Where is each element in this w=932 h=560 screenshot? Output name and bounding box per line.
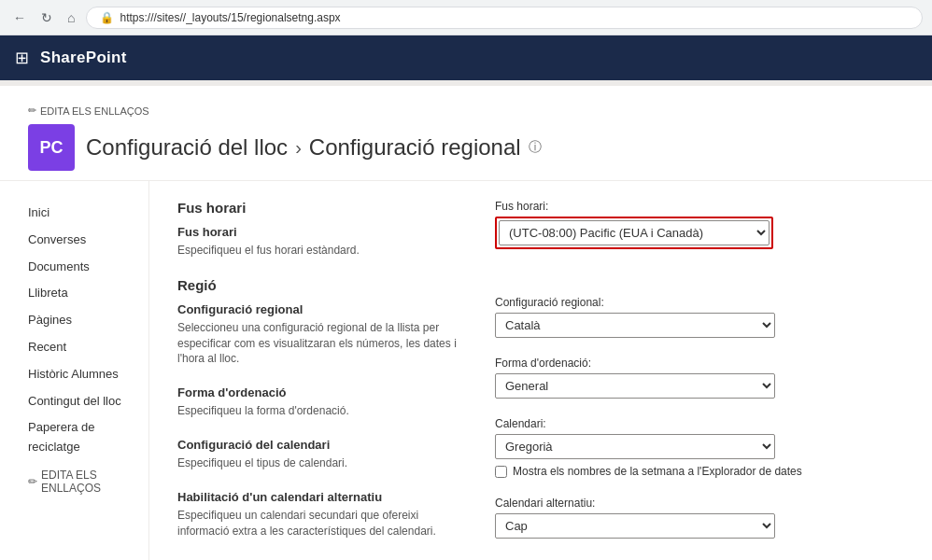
calendar-control-group: Calendari: GregoriàIslàmicJulià Mostra e… xyxy=(495,417,904,478)
alt-calendar-select[interactable]: CapGregoriàIslàmic xyxy=(495,513,775,539)
sort-control-label: Forma d'ordenació: xyxy=(495,357,904,370)
edit-links-top[interactable]: ✏ EDITA ELS ENLLAÇOS xyxy=(28,105,904,117)
calendar-field-label: Configuració del calendari xyxy=(177,438,458,452)
timezone-control-label: Fus horari: xyxy=(495,200,904,213)
back-button[interactable]: ← xyxy=(9,8,30,27)
title-part2: Configuració regional xyxy=(309,134,521,161)
alt-calendar-control-label: Calendari alternatiu: xyxy=(495,497,904,510)
config-control-group: Configuració regional: CatalàEspañolEngl… xyxy=(495,296,904,338)
config-field-label: Configuració regional xyxy=(177,302,458,316)
timezone-select-wrapper: (UTC-08:00) Pacific (EUA i Canadà)(UTC-0… xyxy=(495,217,773,249)
alt-calendar-field-desc: Especifiqueu un calendari secundari que … xyxy=(177,508,458,539)
avatar: PC xyxy=(28,124,75,171)
sidebar-edit-label: EDITA ELS ENLLAÇOS xyxy=(41,469,148,495)
week-numbers-checkbox[interactable] xyxy=(495,466,507,478)
main-container: ✏ EDITA ELS ENLLAÇOS PC Configuració del… xyxy=(0,86,932,560)
waffle-icon[interactable]: ⊞ xyxy=(15,48,29,68)
right-col: Fus horari: (UTC-08:00) Pacific (EUA i C… xyxy=(495,200,904,557)
week-numbers-row: Mostra els nombres de la setmana a l'Exp… xyxy=(495,465,904,478)
browser-chrome: ← ↻ ⌂ 🔒 https:///sites//_layouts/15/regi… xyxy=(0,0,932,35)
sidebar-item-pagines[interactable]: Pàgines xyxy=(28,307,148,334)
timezone-field-label: Fus horari xyxy=(177,225,458,239)
title-part1: Configuració del lloc xyxy=(86,134,288,161)
sidebar-item-historic[interactable]: Històric Alumnes xyxy=(28,361,148,388)
sidebar: Inici Converses Documents Llibreta Pàgin… xyxy=(0,181,149,560)
sidebar-item-inici[interactable]: Inici xyxy=(28,200,148,227)
timezone-select[interactable]: (UTC-08:00) Pacific (EUA i Canadà)(UTC-0… xyxy=(499,220,770,245)
calendar-field-desc: Especifiqueu el tipus de calendari. xyxy=(177,455,458,471)
page-header: ✏ EDITA ELS ENLLAÇOS PC Configuració del… xyxy=(0,86,932,181)
pencil-icon-sidebar: ✏ xyxy=(28,475,37,488)
page-title: Configuració del lloc › Configuració reg… xyxy=(86,134,542,161)
timezone-heading: Fus horari xyxy=(177,200,458,216)
edit-links-top-label: EDITA ELS ENLLAÇOS xyxy=(40,105,149,117)
lock-icon: 🔒 xyxy=(100,11,114,24)
calendar-select[interactable]: GregoriàIslàmicJulià xyxy=(495,434,775,459)
calendar-field-group: Configuració del calendari Especifiqueu … xyxy=(177,438,458,471)
sort-field-group: Forma d'ordenació Especifiqueu la forma … xyxy=(177,385,458,419)
sort-field-label: Forma d'ordenació xyxy=(177,385,458,399)
config-control-label: Configuració regional: xyxy=(495,296,904,309)
sharepoint-header: ⊞ SharePoint xyxy=(0,35,932,80)
left-col: Fus horari Fus horari Especifiqueu el fu… xyxy=(177,200,458,557)
sort-field-desc: Especifiqueu la forma d'ordenació. xyxy=(177,403,458,419)
config-field-group: Configuració regional Seleccioneu una co… xyxy=(177,302,458,367)
sidebar-item-converses[interactable]: Converses xyxy=(28,227,148,254)
config-field-desc: Seleccioneu una configuració regional de… xyxy=(177,320,458,367)
sidebar-item-llibreta[interactable]: Llibreta xyxy=(28,280,148,307)
sidebar-edit-links[interactable]: ✏ EDITA ELS ENLLAÇOS xyxy=(28,469,148,495)
config-select[interactable]: CatalàEspañolEnglishFrançais xyxy=(495,313,775,338)
sidebar-item-contingut[interactable]: Contingut del lloc xyxy=(28,388,148,415)
timezone-field-desc: Especifiqueu el fus horari estàndard. xyxy=(177,243,458,259)
week-numbers-label: Mostra els nombres de la setmana a l'Exp… xyxy=(513,465,802,478)
content-layout: Inici Converses Documents Llibreta Pàgin… xyxy=(0,181,932,560)
sidebar-item-documents[interactable]: Documents xyxy=(28,254,148,281)
main-content: Fus horari Fus horari Especifiqueu el fu… xyxy=(149,181,932,560)
alt-calendar-field-label: Habilitació d'un calendari alternatiu xyxy=(177,490,458,504)
home-button[interactable]: ⌂ xyxy=(64,8,78,27)
alt-calendar-field-group: Habilitació d'un calendari alternatiu Es… xyxy=(177,490,458,539)
timezone-field-group: Fus horari Especifiqueu el fus horari es… xyxy=(177,225,458,259)
page-title-row: PC Configuració del lloc › Configuració … xyxy=(28,124,904,171)
sort-select[interactable]: GeneralAlfabèticaNumèrica xyxy=(495,373,775,399)
pencil-icon-top: ✏ xyxy=(28,105,36,117)
alt-calendar-control-group: Calendari alternatiu: CapGregoriàIslàmic xyxy=(495,497,904,539)
timezone-control-group: Fus horari: (UTC-08:00) Pacific (EUA i C… xyxy=(495,200,904,249)
sidebar-item-recent[interactable]: Recent xyxy=(28,334,148,361)
app-name: SharePoint xyxy=(40,49,127,67)
calendar-control-label: Calendari: xyxy=(495,417,904,430)
breadcrumb-arrow: › xyxy=(295,137,302,159)
sidebar-item-paperera[interactable]: Paperera de reciclatge xyxy=(28,414,148,461)
region-heading: Regió xyxy=(177,277,458,293)
url-text: https:///sites//_layouts/15/regionalsetn… xyxy=(120,11,340,24)
address-bar[interactable]: 🔒 https:///sites//_layouts/15/regionalse… xyxy=(86,7,923,29)
info-icon[interactable]: ⓘ xyxy=(529,139,542,156)
refresh-button[interactable]: ↻ xyxy=(37,8,56,27)
sort-control-group: Forma d'ordenació: GeneralAlfabèticaNumè… xyxy=(495,357,904,399)
